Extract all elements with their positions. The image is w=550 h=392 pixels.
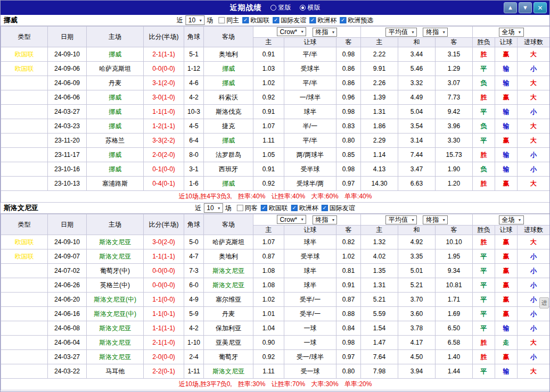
bookmaker-select[interactable]: Crow*▼ [277,215,307,224]
away-team[interactable]: 奥地利 [204,249,253,264]
away-team[interactable]: 奥地利 [204,47,253,62]
home-team[interactable]: 斯洛文尼亚(中) [87,293,144,307]
home-odds: 1.07 [253,119,284,134]
bookmaker-select[interactable]: Crow*▼ [277,27,307,36]
away-team[interactable]: 塞尔维亚 [204,293,253,307]
home-team[interactable]: 葡萄牙(中) [87,264,144,278]
match-row: 欧国联 24-09-10 挪威 2-1(1-1) 5-1 奥地利 0.91 平/… [1,47,550,62]
away-team[interactable]: 挪威 [204,134,253,148]
match-count-select[interactable]: 10 ▼ [185,15,204,25]
checkbox-icon[interactable]: ✓ [261,205,267,211]
away-team[interactable]: 斯洛文尼亚 [204,278,253,293]
radio-icon[interactable] [300,5,306,11]
final-odds-select[interactable]: 终指▼ [423,215,448,224]
home-team[interactable]: 塞浦路斯 [87,177,144,191]
home-team[interactable]: 斯洛文尼亚(中) [87,307,144,321]
fulltime-select[interactable]: 全场▼ [499,28,524,37]
result-cell: 平 [473,293,495,307]
match-date: 24-06-04 [48,336,87,350]
select-value: 终指 [426,28,439,37]
select-value: 终指 [316,215,329,224]
filter-checkbox[interactable]: ✓国际友谊 [322,204,355,213]
side-float-tab[interactable]: 进 [539,297,549,308]
filter-checkbox[interactable]: 同客 [237,204,258,213]
match-row: 欧洲杯 24-07-02 葡萄牙(中) 0-0(0-0) 7-3 斯洛文尼亚 1… [1,264,550,278]
checkbox-icon[interactable]: ✓ [322,205,328,211]
home-team[interactable]: 斯洛文尼亚 [87,321,144,336]
home-team[interactable]: 挪威 [87,148,144,162]
match-date: 24-06-09 [48,76,87,90]
average-select[interactable]: 平均值▼ [385,215,417,224]
away-team[interactable]: 捷克 [204,119,253,134]
final-odds-select[interactable]: 终指▼ [313,215,338,224]
filter-checkbox[interactable]: 同主 [218,16,239,25]
handicap-result-cell: 输 [495,321,518,336]
away-team[interactable]: 法罗群岛 [204,148,253,162]
home-team[interactable]: 挪威 [87,119,144,134]
checkbox-icon[interactable]: ✓ [340,17,346,23]
filter-checkbox[interactable]: ✓国际友谊 [273,16,306,25]
average-select[interactable]: 平均值▼ [385,28,417,37]
checkbox-icon[interactable] [237,205,243,211]
match-count-select[interactable]: 10 ▼ [203,203,223,213]
radio-icon[interactable] [270,5,276,11]
move-up-button[interactable]: ▲ [504,2,517,13]
score-cell: 2-1(1-0) [144,336,184,350]
away-team[interactable]: 科索沃 [204,90,253,105]
view-option-vertical[interactable]: 竖版 [270,3,291,12]
avg-home-odds: 4.02 [361,249,398,264]
home-team[interactable]: 挪威 [87,105,144,119]
home-team[interactable]: 斯洛文尼亚 [87,249,144,264]
away-team[interactable]: 斯洛伐克 [204,105,253,119]
checkbox-icon[interactable] [218,17,225,23]
final-odds-select[interactable]: 终指▼ [313,28,338,37]
score-cell: 1-2(1-1) [144,119,184,134]
home-team[interactable]: 英格兰(中) [87,278,144,293]
away-team[interactable]: 挪威 [204,62,253,76]
view-option-horizontal[interactable]: 横版 [300,3,321,12]
checkbox-icon[interactable]: ✓ [291,205,298,211]
checkbox-icon[interactable]: ✓ [242,17,249,23]
handicap-line: 受球半/两 [284,177,336,191]
home-team[interactable]: 哈萨克斯坦 [87,62,144,76]
away-team[interactable]: 挪威 [204,76,253,90]
checkbox-icon[interactable]: ✓ [273,17,279,23]
away-team[interactable]: 西班牙 [204,162,253,177]
home-team[interactable]: 苏格兰 [87,134,144,148]
filter-checkbox[interactable]: ✓欧洲杯 [291,204,318,213]
home-team[interactable]: 挪威 [87,47,144,62]
home-odds: 1.07 [253,235,284,249]
average-odds-header: 平均值▼ 终指▼ [361,27,473,38]
match-type-cell: 欧洲杯 [1,162,48,177]
away-odds: 0.96 [336,90,361,105]
move-down-button[interactable]: ▼ [519,2,532,13]
home-team[interactable]: 挪威 [87,90,144,105]
handicap-result-cell: 输 [495,76,518,90]
final-odds-select[interactable]: 终指▼ [423,28,448,37]
home-team[interactable]: 丹麦 [87,76,144,90]
away-team[interactable]: 亚美尼亚 [204,336,253,350]
close-button[interactable]: ✕ [533,2,547,13]
home-team[interactable]: 斯洛文尼亚 [87,336,144,350]
checkbox-label: 欧洲预选 [348,16,373,25]
checkbox-icon[interactable]: ✓ [309,17,316,23]
home-team[interactable]: 斯洛文尼亚 [87,350,144,364]
home-team[interactable]: 马耳他 [87,364,144,379]
home-team[interactable]: 挪威 [87,162,144,177]
home-team[interactable]: 斯洛文尼亚 [87,235,144,249]
goals-result-cell: 大 [518,90,550,105]
away-team[interactable]: 葡萄牙 [204,350,253,364]
away-team[interactable]: 哈萨克斯坦 [204,235,253,249]
away-team[interactable]: 保加利亚 [204,321,253,336]
away-team[interactable]: 斯洛文尼亚 [204,364,253,379]
away-team[interactable]: 丹麦 [204,307,253,321]
filter-checkbox[interactable]: ✓欧洲杯 [309,16,336,25]
fulltime-select[interactable]: 全场▼ [499,215,524,224]
filter-checkbox[interactable]: ✓欧洲预选 [340,16,373,25]
handicap-result-cell: 输 [495,62,518,76]
away-team[interactable]: 斯洛文尼亚 [204,264,253,278]
near-label: 近 [195,204,201,213]
filter-checkbox[interactable]: ✓欧国联 [261,204,288,213]
away-team[interactable]: 挪威 [204,177,253,191]
filter-checkbox[interactable]: ✓欧国联 [242,16,269,25]
